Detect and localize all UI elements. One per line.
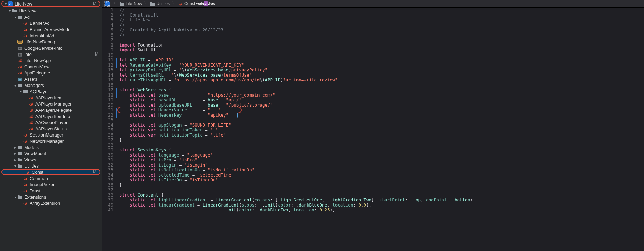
code-line-19[interactable]: static let baseURL = base + "api/" (119, 98, 644, 103)
disclosure-icon[interactable]: ▾ (8, 9, 12, 13)
code-line-41[interactable]: .init(color: .darkBlueTwo, location: 0.2… (119, 208, 644, 213)
breadcrumb-life-new[interactable]: Life-New (105, 1, 111, 6)
code-line-2[interactable]: // Const.swift (119, 13, 644, 18)
code-line-9[interactable]: import SwiftUI (119, 48, 644, 53)
tree-item-aaqueueplayer[interactable]: AAQueuePlayer (0, 119, 102, 126)
code-line-21[interactable]: static let HeaderValue = "---" (119, 108, 644, 113)
tree-item-managers[interactable]: ▾Managers (0, 82, 102, 88)
code-line-11[interactable]: let APP_ID = "APP_ID" (119, 58, 644, 63)
tree-item-googleservice-info[interactable]: ▦GoogleService-Info (0, 45, 102, 51)
breadcrumb-life-new[interactable]: Life-New (119, 1, 142, 6)
code-line-15[interactable]: let rateThisAppURL = "https://apps.apple… (119, 78, 644, 83)
tree-item-bannerad[interactable]: BannerAd (0, 20, 102, 26)
disclosure-icon[interactable]: ▾ (3, 2, 8, 6)
tree-item-aaplayeriteminfo[interactable]: AAPlayerItemInfo (0, 113, 102, 119)
tree-item-assets[interactable]: ▣Assets (0, 76, 102, 82)
breadcrumb-webservices[interactable]: WebServices (203, 1, 209, 6)
code-line-25[interactable]: static var notificationToken = "-" (119, 128, 644, 133)
tree-item-aaplayerstatus[interactable]: AAPlayerStatus (0, 126, 102, 132)
swift-icon (23, 132, 28, 138)
tree-item-sessionmanager[interactable]: SessionManager (0, 132, 102, 138)
code-line-8[interactable]: import Foundation (119, 43, 644, 48)
project-root[interactable]: ▾ALife-NewM (1, 1, 100, 7)
code-line-14[interactable]: let termsOfUseURL = "\(WebServices.base)… (119, 73, 644, 78)
code-line-10[interactable] (119, 53, 644, 58)
breadcrumb[interactable]: Life-New〉Life-New〉Utilities〉Const〉WebSer… (102, 0, 644, 8)
tree-item-imagepicker[interactable]: ImagePicker (0, 181, 102, 188)
code-line-32[interactable]: static let isLogin = "isLogin" (119, 163, 644, 168)
disclosure-icon[interactable]: ▾ (13, 15, 17, 19)
code-line-28[interactable] (119, 143, 644, 148)
code-line-29[interactable]: struct SessionKeys { (119, 148, 644, 153)
code-line-6[interactable]: // (119, 33, 644, 38)
code-line-36[interactable]: } (119, 183, 644, 188)
code-line-30[interactable]: static let language = "language" (119, 153, 644, 158)
code-line-40[interactable]: static let linearGradient = LinearGradie… (119, 203, 644, 208)
code-line-31[interactable]: static let isPro = "isPro" (119, 158, 644, 163)
code-line-27[interactable]: } (119, 138, 644, 143)
code-line-22[interactable]: static let HeaderKey = "apikey" | (119, 113, 644, 118)
code-line-16[interactable] (119, 83, 644, 88)
tree-item-ad[interactable]: ▾Ad (0, 14, 102, 20)
disclosure-icon[interactable]: ▸ (13, 145, 17, 149)
code-line-13[interactable]: let privacyPolicyURL = "\(WebServices.ba… (119, 68, 644, 73)
code-editor[interactable]: 1234567891011121314151617181920212223242… (102, 8, 644, 251)
tree-item-common[interactable]: Common (0, 175, 102, 181)
disclosure-icon[interactable]: ▾ (13, 195, 17, 199)
swift-icon (28, 113, 34, 119)
disclosure-icon[interactable]: ▾ (19, 90, 23, 93)
tree-item-aqplayer[interactable]: ▾AQPlayer (0, 88, 102, 94)
tree-item-appdelegate[interactable]: AppDelegate (0, 70, 102, 76)
breadcrumb-utilities[interactable]: Utilities (150, 1, 170, 6)
tree-item-viewmodel[interactable]: ▸ViewModel (0, 150, 102, 157)
code-line-3[interactable]: // Life-New (119, 18, 644, 23)
disclosure-icon[interactable]: ▾ (13, 164, 17, 168)
project-navigator[interactable]: ▾ALife-NewM▾Life-New▾AdBannerAdBannerAdV… (0, 0, 102, 251)
code-line-37[interactable] (119, 188, 644, 193)
code-line-35[interactable]: static let isTimerOn = "isTimerOn" (119, 178, 644, 183)
code-line-34[interactable]: static let selectedTime = "selectedTime" (119, 173, 644, 178)
tree-item-arrayextension[interactable]: ArrayExtension (0, 200, 102, 206)
tree-item-const[interactable]: ConstM (1, 169, 100, 175)
disclosure-icon[interactable]: ▸ (13, 152, 17, 155)
code-line-26[interactable]: static var notificationTopic = "life" (119, 133, 644, 138)
swift-icon (23, 138, 28, 144)
tree-item-utilities[interactable]: ▾Utilities (0, 163, 102, 169)
tree-item-label: Extensions (24, 194, 98, 200)
breadcrumb-const[interactable]: Const (178, 1, 195, 6)
code-line-12[interactable]: let RevenueCatApiKey = "YOUR_REVENUECAT_… (119, 63, 644, 68)
tree-item-toast[interactable]: Toast (0, 188, 102, 194)
tree-item-aaplayermanager[interactable]: AAPlayerManager (0, 101, 102, 107)
breadcrumb-label: Const (184, 1, 195, 6)
code-line-39[interactable]: static let lightLinearGradient = LinearG… (119, 198, 644, 203)
code-line-33[interactable]: static let isNotificationOn = "isNotific… (119, 168, 644, 173)
code-line-4[interactable]: // (119, 23, 644, 28)
code-line-38[interactable]: struct Constant { (119, 193, 644, 198)
tree-item-models[interactable]: ▸Models (0, 144, 102, 150)
tree-item-info[interactable]: ▦InfoM (0, 51, 102, 57)
tree-item-life-new[interactable]: ▾Life-New (0, 8, 102, 14)
disclosure-icon[interactable]: ▾ (13, 83, 17, 87)
tree-item-label: Models (24, 145, 98, 150)
tree-item-aaplayerdelegate[interactable]: AAPlayerDelegate (0, 107, 102, 113)
code-line-24[interactable]: static let appSlogan = "SOUND FOR LIFE" (119, 123, 644, 128)
tree-item-interstitialad[interactable]: InterstitialAd (0, 32, 102, 39)
tree-item-aaplayeritem[interactable]: AAPlayerItem (0, 94, 102, 101)
code-line-18[interactable]: static let base = "https://your_domain.c… (119, 93, 644, 98)
disclosure-icon[interactable]: ▸ (13, 158, 17, 162)
code-line-20[interactable]: static let uploadbaseURL = base + "/publ… (119, 103, 644, 108)
tree-item-life-newdebug[interactable]: exeLife-NewDebug (0, 39, 102, 45)
tree-item-networkmanager[interactable]: NetworkManager (0, 138, 102, 144)
tree-item-views[interactable]: ▸Views (0, 157, 102, 163)
code-line-23[interactable] (119, 118, 644, 123)
tree-item-contentview[interactable]: ContentView (0, 63, 102, 70)
code-line-7[interactable] (119, 38, 644, 43)
tree-item-extensions[interactable]: ▾Extensions (0, 194, 102, 200)
code-lines[interactable]: //// Const.swift// Life-New//// Created … (117, 8, 644, 251)
tree-item-banneradviewmodel[interactable]: BannerAdViewModel (0, 26, 102, 32)
swift-icon (28, 107, 34, 113)
code-line-1[interactable]: // (119, 8, 644, 13)
code-line-5[interactable]: // Created by Arpit Kakdiya on 20/12/23. (119, 28, 644, 33)
tree-item-life-newapp[interactable]: Life_NewApp (0, 57, 102, 63)
code-line-17[interactable]: struct WebServices { (119, 88, 644, 93)
